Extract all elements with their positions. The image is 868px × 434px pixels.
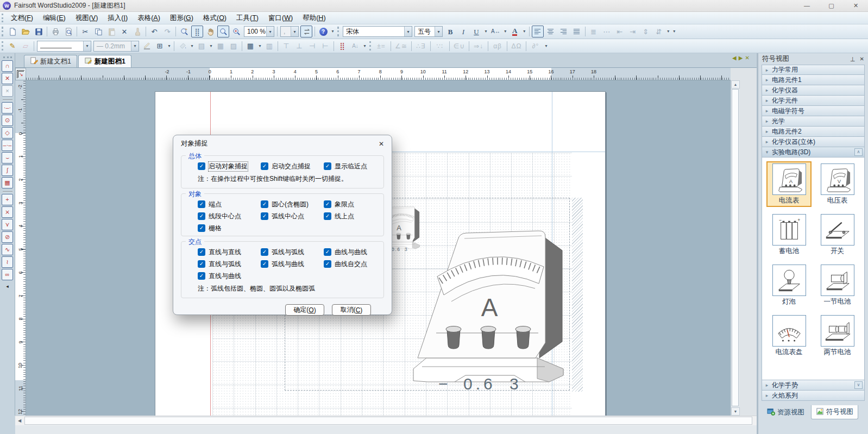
quadrant-snap-button[interactable]: ◇ — [2, 127, 13, 139]
dialog-checkbox[interactable]: ✓ 圆心(含椭圆) — [261, 200, 324, 209]
combo-dropdown-icon[interactable]: ▾ — [291, 27, 298, 36]
delete-button[interactable]: ✕ — [118, 26, 130, 37]
tab-symbol-view[interactable]: 符号视图 — [811, 405, 858, 419]
combo-dropdown-icon[interactable]: ▾ — [266, 27, 274, 36]
borders-options[interactable]: ▾ — [166, 40, 172, 52]
char-scale-button[interactable]: A↔ — [489, 26, 502, 37]
zoom-level-combo[interactable]: 100 %▾ — [244, 26, 274, 37]
symbol-item[interactable]: V 电压表 — [815, 161, 860, 207]
checkbox-checked[interactable]: ✓ — [324, 260, 331, 268]
copy-button[interactable] — [92, 26, 104, 37]
combo-dropdown-icon[interactable]: ▾ — [83, 41, 91, 51]
grid-snap-button[interactable]: ▦ — [2, 177, 13, 188]
align-right-button[interactable] — [558, 26, 570, 37]
document-tab[interactable]: 新建图档1 — [78, 55, 131, 67]
table-options[interactable]: ▾ — [257, 40, 263, 52]
open-button[interactable] — [20, 26, 32, 37]
underline-button[interactable]: U — [470, 26, 482, 37]
vertical-scroll-thumb[interactable] — [732, 89, 739, 406]
intersection-snap-toggle[interactable]: ✕ — [2, 73, 13, 84]
print-preview-button[interactable] — [62, 26, 74, 37]
dialog-checkbox[interactable]: ✓ 直线与弧线 — [198, 260, 261, 268]
circle-center-snap-button[interactable]: ⊙ — [2, 115, 13, 126]
cancel-button[interactable]: 取消(C) — [332, 304, 371, 316]
math-toolbar-options[interactable]: ▾ — [543, 40, 549, 52]
line-style-combo[interactable]: ▾ — [37, 41, 91, 52]
dialog-checkbox[interactable]: ✓ 曲线与曲线 — [324, 248, 379, 256]
align-left-button[interactable] — [532, 26, 544, 37]
spacing-decrease-button[interactable]: ⇵ — [653, 26, 665, 37]
symbol-category-row[interactable]: ▸ 化学仪器 — [762, 85, 865, 96]
font-color-button[interactable]: A — [509, 26, 521, 37]
text-frame-button[interactable]: ▤ — [196, 40, 207, 52]
scroll-down-button[interactable]: ▼ — [731, 407, 740, 416]
dialog-checkbox[interactable]: ✓ 弧线与弧线 — [261, 248, 324, 256]
symbol-item[interactable]: A 电流表 — [766, 161, 812, 207]
dialog-checkbox[interactable]: ✓ 弧线与曲线 — [261, 260, 324, 268]
insert-row-below-button[interactable]: ⊥ — [293, 40, 305, 52]
line-width-combo[interactable]: — 0.2mm▾ — [93, 41, 139, 52]
help-button[interactable]: ? — [317, 26, 329, 37]
checkbox-checked[interactable]: ✓ — [261, 200, 268, 208]
symbol-thumbnail[interactable]: A — [772, 163, 806, 195]
math-arrow-button[interactable]: ⇒↓ — [471, 40, 486, 52]
combo-dropdown-icon[interactable]: ▾ — [131, 41, 139, 51]
canvas-horizontal-scrollbar[interactable]: ◀ — [15, 416, 757, 425]
zoom-edit-button[interactable] — [178, 26, 190, 37]
menu-item[interactable]: 格式(O) — [198, 12, 231, 24]
line-color-button[interactable] — [141, 40, 153, 52]
curve-self-intersection-button[interactable]: ∞ — [2, 269, 13, 280]
math-delta-omega-button[interactable]: ΔΩ — [510, 40, 524, 52]
checkbox-checked[interactable]: ✓ — [261, 260, 268, 268]
symbol-item[interactable]: 一节电池 — [815, 262, 860, 308]
symbol-category-row[interactable]: ▸ 化学手势 ∨ — [762, 380, 865, 391]
tab-close-button[interactable]: ✕ — [745, 55, 749, 61]
cut-button[interactable]: ✂ — [79, 26, 91, 37]
numbered-list-button[interactable]: ≣ — [588, 26, 600, 37]
symbol-thumbnail[interactable]: −+ — [772, 214, 806, 246]
checkbox-checked[interactable]: ✓ — [324, 162, 331, 170]
symbol-item[interactable]: 两节电池 — [815, 313, 860, 358]
font-color-options[interactable]: ▾ — [521, 26, 527, 37]
checkbox-checked[interactable]: ✓ — [261, 162, 268, 170]
symbol-thumbnail[interactable] — [772, 315, 806, 347]
panel-close-icon[interactable]: ✕ — [860, 56, 864, 62]
fill-color-button[interactable] — [177, 40, 188, 52]
borders-button[interactable]: ⊞ — [154, 40, 166, 52]
snap-magnet-toggle[interactable]: ∩ — [2, 60, 13, 72]
toolbar-item[interactable]: ◂ — [6, 284, 9, 289]
checkbox-checked[interactable]: ✓ — [198, 272, 205, 280]
combo-dropdown-icon[interactable]: ▾ — [435, 27, 442, 36]
checkbox-checked[interactable]: ✓ — [198, 200, 205, 208]
symbol-thumbnail[interactable] — [772, 265, 806, 296]
dialog-close-icon[interactable]: ✕ — [379, 140, 384, 148]
scroll-left-button[interactable]: ◀ — [15, 416, 24, 425]
math-greek-button[interactable]: αβ — [490, 40, 505, 52]
grid-toggle-button[interactable]: ⣿ — [191, 26, 203, 37]
menu-item[interactable]: 插入(I) — [103, 12, 133, 24]
math-partial-degree-button[interactable]: ∂° — [529, 40, 543, 52]
ammeter-drawing[interactable] — [413, 231, 563, 393]
indent-button[interactable]: ⇥ — [627, 26, 639, 37]
vertical-ruler[interactable]: -2-10123456789101112 — [15, 80, 26, 416]
canvas-vertical-scrollbar[interactable]: ▲ ▼ — [731, 80, 739, 416]
symbol-category-row[interactable]: ▸ 电磁学符号 — [762, 106, 865, 116]
spacing-increase-button[interactable]: ⇕ — [640, 26, 652, 37]
checkbox-checked[interactable]: ✓ — [261, 248, 268, 256]
horizontal-ruler[interactable]: -2-10123456789101112131415161718 — [26, 68, 731, 80]
dialog-checkbox[interactable]: ✓ 弧线中心点 — [261, 212, 324, 221]
undo-button[interactable]: ↶ — [148, 26, 160, 37]
symbol-thumbnail[interactable] — [821, 265, 854, 296]
insert-col-right-button[interactable]: ⊢ — [319, 40, 331, 52]
symbol-item[interactable]: 灯泡 — [766, 262, 812, 308]
font-size-combo[interactable]: 五号▾ — [414, 26, 443, 37]
pan-button[interactable] — [204, 26, 216, 37]
frame-edit-button[interactable]: ✎ — [7, 40, 18, 52]
gallery-scroll-down-button[interactable]: ∨ — [854, 381, 863, 389]
symbol-category-row[interactable]: ▸ 光学 — [762, 116, 865, 127]
tab-resource-view[interactable]: 资源视图 — [763, 405, 809, 419]
dialog-checkbox[interactable]: ✓ 端点 — [198, 200, 261, 209]
minimize-button[interactable]: — — [795, 0, 819, 11]
math-set-button[interactable]: ∈∪ — [452, 40, 467, 52]
align-center-button[interactable] — [545, 26, 557, 37]
